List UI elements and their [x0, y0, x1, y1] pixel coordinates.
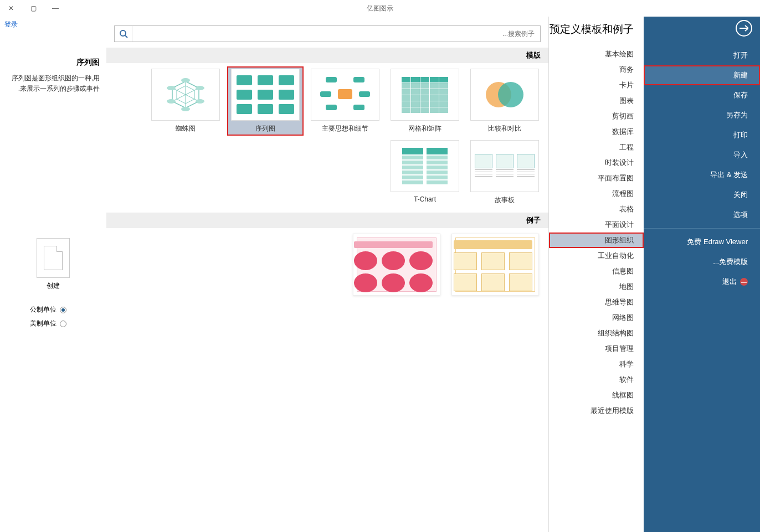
category-item[interactable]: 地图 — [549, 279, 644, 295]
radio-us[interactable]: 美制单位 — [30, 319, 66, 328]
radio-metric[interactable]: 公制单位 — [30, 305, 66, 314]
category-item[interactable]: 图形组织 — [549, 233, 644, 248]
category-item[interactable]: 表格 — [549, 202, 644, 217]
template-item[interactable]: 主要思想和细节 — [307, 66, 383, 136]
template-item[interactable]: T-Chart — [387, 138, 463, 207]
sidebar-item[interactable]: 打开 — [644, 45, 760, 65]
preview-title: 序列图 — [7, 58, 100, 68]
radio-icon — [60, 307, 66, 313]
category-item[interactable]: 项目管理 — [549, 341, 644, 357]
close-button[interactable]: ✕ — [3, 3, 19, 14]
preview-column: 登录 序列图 序列图是图形组织图的一种,用来展示一系列的步骤或事件. 创建 公制… — [0, 17, 106, 532]
search-button[interactable] — [115, 26, 132, 42]
sidebar-item[interactable]: 免费模版... — [644, 252, 760, 272]
template-thumb — [231, 69, 300, 121]
maximize-button[interactable]: ▢ — [25, 3, 41, 14]
svg-point-9 — [196, 99, 204, 104]
example-item[interactable] — [349, 231, 444, 298]
category-item[interactable]: 卡片 — [549, 78, 644, 93]
radio-label: 公制单位 — [30, 305, 57, 314]
category-item[interactable]: 商务 — [549, 62, 644, 78]
sidebar-item[interactable]: 另存为 — [644, 105, 760, 125]
preview-description: 序列图是图形组织图的一种,用来展示一系列的步骤或事件. — [7, 73, 100, 94]
template-label: 故事板 — [495, 195, 515, 205]
template-label: 比较和对比 — [488, 124, 521, 133]
sidebar-item[interactable]: 免费 Edraw Viewer — [644, 232, 760, 252]
sidebar-item[interactable]: 保存 — [644, 85, 760, 105]
category-item[interactable]: 时装设计 — [549, 155, 644, 171]
category-item[interactable]: 数据库 — [549, 124, 644, 140]
svg-point-0 — [120, 30, 126, 36]
sidebar-item[interactable]: 导出 & 发送 — [644, 165, 760, 185]
category-item[interactable]: 科学 — [549, 357, 644, 372]
sidebar-item-exit[interactable]: — 退出 — [644, 272, 760, 292]
category-item[interactable]: 图表 — [549, 93, 644, 109]
radio-icon — [60, 321, 66, 327]
template-item[interactable]: 比较和对比 — [466, 66, 543, 136]
category-item[interactable]: 平面设计 — [549, 217, 644, 233]
svg-line-1 — [125, 35, 127, 38]
example-item[interactable] — [448, 231, 543, 298]
category-item[interactable]: 组织结构图 — [549, 326, 644, 341]
category-item[interactable]: 工业自动化 — [549, 248, 644, 264]
template-item[interactable]: 网格和矩阵 — [387, 66, 463, 136]
sidebar-item[interactable]: 选项 — [644, 205, 760, 225]
minimize-button[interactable]: — — [48, 3, 63, 14]
template-item[interactable]: 序列图 — [227, 66, 304, 136]
example-thumb — [353, 234, 440, 296]
template-thumb — [151, 69, 220, 121]
example-thumb — [451, 234, 539, 296]
category-heading: 预定义模板和例子 — [549, 22, 644, 47]
templates-grid: 比较和对比网格和矩阵主要思想和细节序列图蜘蛛图故事板T-Chart — [106, 63, 548, 213]
examples-grid — [106, 228, 548, 303]
category-item[interactable]: 平面布置图 — [549, 171, 644, 186]
template-item[interactable]: 故事板 — [466, 138, 543, 207]
login-link[interactable]: 登录 — [4, 20, 18, 29]
template-thumb — [391, 69, 459, 121]
category-item[interactable]: 软件 — [549, 372, 644, 388]
template-label: 主要思想和细节 — [322, 124, 368, 133]
category-column: 预定义模板和例子 基本绘图商务卡片图表剪切画数据库工程时装设计平面布置图流程图表… — [548, 17, 644, 532]
exit-icon: — — [740, 278, 748, 286]
template-label: 序列图 — [255, 124, 275, 133]
create-button[interactable] — [37, 238, 70, 278]
sidebar-item[interactable]: 关闭 — [644, 185, 760, 205]
back-arrow-icon[interactable] — [736, 20, 752, 37]
category-item[interactable]: 思维导图 — [549, 295, 644, 310]
create-area: 创建 公制单位 美制单位 — [7, 238, 100, 328]
svg-point-8 — [196, 86, 204, 90]
template-label: 网格和矩阵 — [408, 124, 441, 133]
template-thumb — [470, 140, 539, 192]
template-thumb — [470, 69, 539, 121]
svg-point-11 — [167, 99, 176, 104]
template-thumb — [391, 140, 459, 192]
template-label: 蜘蛛图 — [176, 124, 196, 133]
section-templates: 模版 — [106, 48, 548, 63]
category-item[interactable]: 剪切画 — [549, 109, 644, 124]
main: 打开新建保存另存为打印导入导出 & 发送关闭选项 免费 Edraw Viewer… — [0, 17, 760, 532]
svg-point-10 — [181, 107, 190, 111]
radio-label: 美制单位 — [30, 319, 57, 328]
search-icon — [119, 29, 128, 38]
category-item[interactable]: 工程 — [549, 140, 644, 155]
sidebar: 打开新建保存另存为打印导入导出 & 发送关闭选项 免费 Edraw Viewer… — [644, 17, 760, 532]
sidebar-item[interactable]: 打印 — [644, 125, 760, 145]
new-page-icon — [44, 246, 63, 270]
category-item[interactable]: 信息图 — [549, 264, 644, 279]
category-item[interactable]: 最近使用模版 — [549, 403, 644, 419]
template-item[interactable]: 蜘蛛图 — [147, 66, 224, 136]
search-box — [114, 25, 541, 42]
sidebar-separator — [644, 228, 760, 229]
category-item[interactable]: 流程图 — [549, 186, 644, 202]
category-item[interactable]: 网络图 — [549, 310, 644, 326]
search-input[interactable] — [132, 26, 540, 42]
sidebar-item[interactable]: 导入 — [644, 145, 760, 165]
content: 预定义模板和例子 基本绘图商务卡片图表剪切画数据库工程时装设计平面布置图流程图表… — [0, 17, 644, 532]
sidebar-item[interactable]: 新建 — [644, 65, 760, 85]
gallery-column: 模版 比较和对比网格和矩阵主要思想和细节序列图蜘蛛图故事板T-Chart 例子 — [106, 17, 548, 532]
category-item[interactable]: 基本绘图 — [549, 47, 644, 62]
template-thumb — [311, 69, 379, 121]
template-label: T-Chart — [414, 195, 436, 203]
category-item[interactable]: 线框图 — [549, 388, 644, 403]
sidebar-item-label: 退出 — [722, 277, 737, 287]
